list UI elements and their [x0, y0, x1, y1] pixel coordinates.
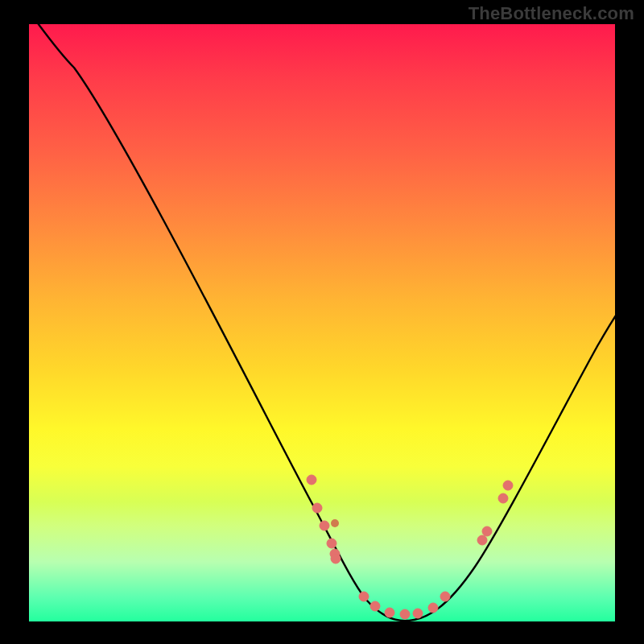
data-point	[312, 503, 322, 513]
highlight-dot	[331, 519, 339, 527]
data-point	[320, 521, 329, 530]
data-point	[440, 592, 450, 601]
data-point	[370, 601, 380, 611]
data-point	[482, 526, 492, 536]
data-point	[359, 592, 369, 601]
data-point	[498, 493, 508, 503]
data-points	[307, 475, 513, 619]
data-point	[400, 609, 410, 619]
data-point	[413, 609, 423, 618]
data-point	[327, 539, 336, 548]
attribution-text: TheBottleneck.com	[469, 3, 634, 24]
data-point	[307, 475, 316, 485]
data-point	[477, 535, 487, 545]
chart-stage: TheBottleneck.com	[0, 0, 644, 644]
data-point	[503, 481, 513, 490]
data-point	[331, 554, 341, 564]
plot-area	[29, 24, 615, 621]
data-point	[385, 608, 394, 617]
points-layer	[29, 24, 615, 621]
data-point	[428, 603, 438, 613]
